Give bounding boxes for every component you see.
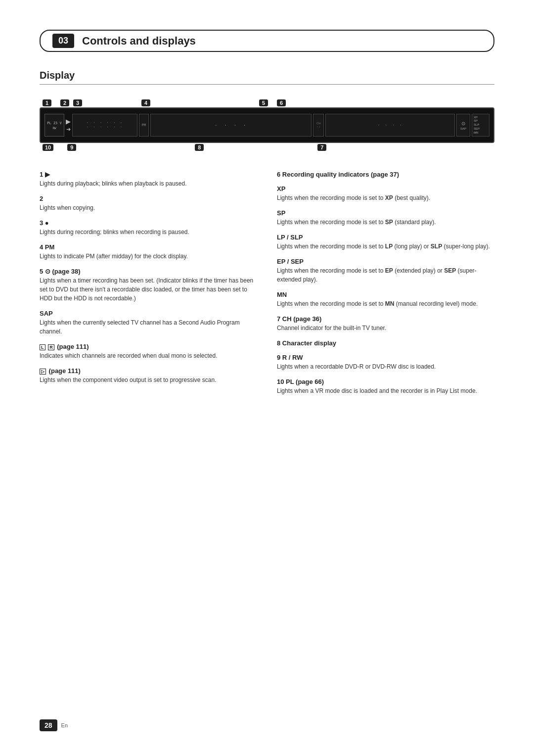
desc-text-sap: Lights when the currently selected TV ch… — [40, 318, 257, 336]
desc-item-3: 3 ● Lights during recording; blinks when… — [40, 219, 257, 236]
desc-item-sp: SP Lights when the recording mode is set… — [277, 209, 494, 227]
desc-item-xp: XP Lights when the recording mode is set… — [277, 185, 494, 202]
desc-item-4pm: 4 PM Lights to indicate PM (after midday… — [40, 243, 257, 261]
display-device: PL 23 V RW ▶ ➜ · · · · · ·· · · · · · PM… — [40, 107, 494, 143]
desc-label-9: 9 R / RW — [277, 354, 494, 361]
desc-label-epsep: EP / SEP — [277, 258, 494, 265]
desc-text-epsep: Lights when the recording mode is set to… — [277, 266, 494, 284]
desc-text-4pm: Lights to indicate PM (after midday) for… — [40, 252, 257, 261]
diagram-label-1: 1 — [43, 99, 51, 106]
desc-item-6: 6 Recording quality indicators (page 37) — [277, 171, 494, 178]
desc-item-epsep: EP / SEP Lights when the recording mode … — [277, 258, 494, 284]
page-number: 28 — [40, 719, 57, 731]
diagram-label-3: 3 — [73, 99, 82, 106]
display-diagram-wrapper: 1 2 3 4 5 6 PL 23 V RW ▶ ➜ · · · · · ·· … — [40, 99, 494, 151]
desc-text-3: Lights during recording; blinks when rec… — [40, 228, 257, 236]
desc-item-8: 8 Character display — [277, 339, 494, 347]
page-footer: 28 En — [40, 719, 68, 731]
desc-text-2: Lights when copying. — [40, 203, 257, 212]
desc-label-2: 2 — [40, 195, 257, 202]
desc-label-3: 3 ● — [40, 219, 257, 227]
desc-item-1: 1 ▶ Lights during playback; blinks when … — [40, 171, 257, 188]
desc-text-lr: Indicates which channels are recorded wh… — [40, 351, 257, 360]
diagram-label-9: 9 — [67, 144, 76, 151]
desc-label-sap: SAP — [40, 310, 257, 317]
diagram-label-10: 10 — [43, 144, 53, 151]
display-segment-3: · · · · — [325, 114, 455, 137]
desc-item-sap: SAP Lights when the currently selected T… — [40, 310, 257, 336]
section-title: Display — [40, 70, 494, 85]
desc-text-7: Channel indicator for the built-in TV tu… — [277, 324, 494, 332]
desc-text-prog: Lights when the component video output i… — [40, 376, 257, 384]
right-column: 6 Recording quality indicators (page 37)… — [277, 171, 494, 402]
desc-item-9: 9 R / RW Lights when a recordable DVD-R … — [277, 354, 494, 371]
chapter-title: Controls and displays — [82, 35, 196, 47]
pl-indicator: PL 23 V RW — [44, 114, 64, 137]
desc-label-lpslp: LP / SLP — [277, 234, 494, 241]
desc-label-5: 5 ⊙ (page 38) — [40, 268, 257, 275]
desc-item-2: 2 Lights when copying. — [40, 195, 257, 212]
desc-item-lpslp: LP / SLP Lights when the recording mode … — [277, 234, 494, 251]
desc-label-lr: L R (page 111) — [40, 343, 257, 350]
desc-label-1: 1 ▶ — [40, 171, 257, 178]
diagram-label-8: 8 — [195, 144, 204, 151]
desc-text-1: Lights during playback; blinks when play… — [40, 179, 257, 188]
desc-item-7: 7 CH (page 36) Channel indicator for the… — [277, 315, 494, 332]
chapter-number: 03 — [52, 34, 74, 48]
page-lang: En — [61, 722, 68, 728]
desc-label-mn: MN — [277, 291, 494, 298]
desc-label-7: 7 CH (page 36) — [277, 315, 494, 323]
diagram-label-2: 2 — [60, 99, 69, 106]
desc-text-lpslp: Lights when the recording mode is set to… — [277, 242, 494, 251]
display-segment-1: · · · · · ·· · · · · · — [72, 114, 137, 137]
desc-text-xp: Lights when the recording mode is set to… — [277, 193, 494, 202]
desc-text-10: Lights when a VR mode disc is loaded and… — [277, 386, 494, 395]
sap-timer-area: ⊙ SAP — [456, 114, 470, 137]
pm-indicator: PM — [139, 114, 149, 137]
diagram-label-5: 5 — [259, 99, 268, 106]
desc-label-prog: ▷ (page 111) — [40, 367, 257, 375]
desc-label-10: 10 PL (page 66) — [277, 378, 494, 385]
desc-text-mn: Lights when the recording mode is set to… — [277, 299, 494, 308]
desc-label-xp: XP — [277, 185, 494, 192]
desc-label-sp: SP — [277, 209, 494, 217]
playback-icons: ▶ ➜ — [66, 114, 71, 137]
chapter-header: 03 Controls and displays — [40, 30, 494, 52]
desc-item-lr: L R (page 111) Indicates which channels … — [40, 343, 257, 360]
diagram-label-6: 6 — [277, 99, 286, 106]
quality-indicators: XP SP SLP SEP MN — [472, 114, 490, 137]
page: 03 Controls and displays Display 1 2 3 4… — [0, 0, 534, 756]
desc-item-mn: MN Lights when the recording mode is set… — [277, 291, 494, 308]
diagram-label-4: 4 — [141, 99, 150, 106]
desc-item-prog: ▷ (page 111) Lights when the component v… — [40, 367, 257, 384]
desc-label-6: 6 Recording quality indicators (page 37) — [277, 171, 494, 178]
desc-label-8: 8 Character display — [277, 339, 494, 347]
ch-area: CH· · — [313, 114, 324, 137]
diagram-label-7: 7 — [317, 144, 326, 151]
desc-text-sp: Lights when the recording mode is set to… — [277, 218, 494, 227]
desc-label-4pm: 4 PM — [40, 243, 257, 251]
descriptions-grid: 1 ▶ Lights during playback; blinks when … — [40, 171, 494, 402]
display-segment-2: · · · · — [150, 114, 312, 137]
desc-item-5: 5 ⊙ (page 38) Lights when a timer record… — [40, 268, 257, 303]
desc-item-10: 10 PL (page 66) Lights when a VR mode di… — [277, 378, 494, 395]
left-column: 1 ▶ Lights during playback; blinks when … — [40, 171, 257, 402]
desc-text-9: Lights when a recordable DVD-R or DVD-RW… — [277, 362, 494, 371]
desc-text-5: Lights when a timer recording has been s… — [40, 276, 257, 303]
